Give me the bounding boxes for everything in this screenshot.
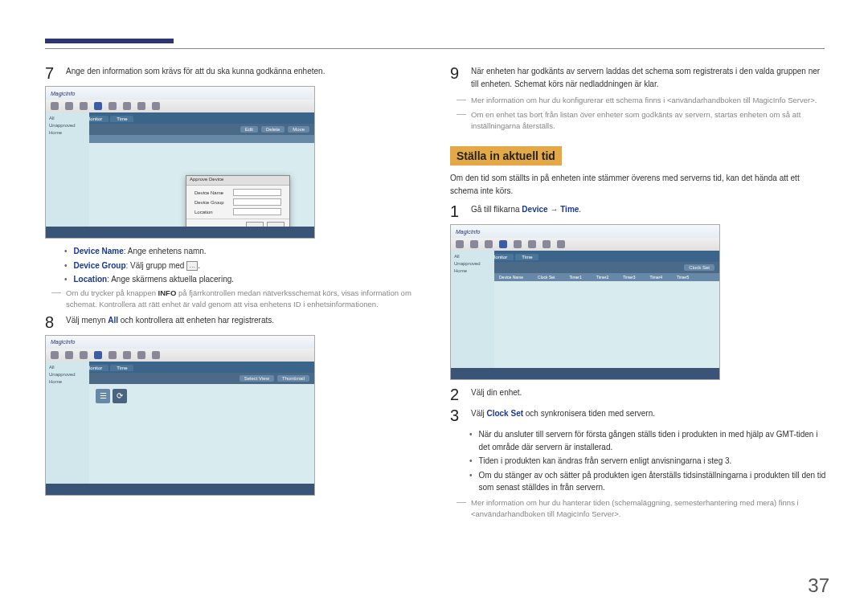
bullet-location: • Location: Ange skärmens aktuella place…: [64, 273, 421, 286]
two-column-layout: 7 Ange den information som krävs för att…: [45, 65, 829, 523]
subheading-set-time: Ställa in aktuell tid: [450, 146, 562, 166]
bullet-icon: •: [64, 245, 68, 258]
step-number: 2: [450, 386, 461, 403]
step-text: När enheten har godkänts av servern ladd…: [471, 65, 826, 90]
step-text: Välj din enhet.: [471, 386, 522, 399]
bullet-device-name: • Device Name: Ange enhetens namn.: [64, 245, 421, 258]
dash-icon: ―: [457, 109, 466, 119]
screenshot-time-tab: MagicInfo All Unapproved Home Device Mon…: [450, 224, 720, 380]
paragraph-time-mismatch: Om den tid som ställts in på enheten int…: [450, 172, 826, 197]
ss-sidebar: All Unapproved Home: [46, 362, 89, 495]
ss-titlebar: MagicInfo: [46, 336, 314, 349]
ss-toolbar: [46, 100, 314, 112]
substep-2: 2 Välj din enhet.: [450, 386, 826, 403]
bullet-restart: • Om du stänger av och sätter på produkt…: [469, 469, 826, 494]
right-column: 9 När enheten har godkänts av servern la…: [450, 65, 826, 523]
header-rule: [45, 48, 825, 49]
step-number: 8: [45, 314, 56, 330]
refresh-icon: ⟳: [113, 389, 127, 403]
bullet-icon: •: [469, 455, 473, 468]
step-text: Gå till flikarna Device → Time.: [471, 203, 581, 216]
substep-1: 1 Gå till flikarna Device → Time.: [450, 203, 826, 219]
ss-toolbar: [46, 349, 314, 362]
bullet-icon: •: [469, 469, 473, 482]
ss-main: Device Name Clock Set Timer1 Timer2 Time…: [494, 273, 719, 368]
step-number: 3: [450, 407, 461, 423]
left-column: 7 Ange den information som krävs för att…: [45, 65, 421, 523]
screenshot-all-menu: MagicInfo All Unapproved Home Device Mon…: [45, 335, 315, 496]
step-number: 9: [450, 65, 461, 81]
bullet-gmt: • När du ansluter till servern för först…: [469, 428, 826, 453]
step-text: Ange den information som krävs för att d…: [66, 65, 325, 78]
dash-icon: ―: [457, 497, 466, 507]
ss-titlebar: MagicInfo: [451, 225, 719, 238]
note-info-button: ― Om du trycker på knappen INFO på fjärr…: [51, 288, 421, 311]
list-icon: ☰: [96, 389, 110, 403]
bullet-icon: •: [469, 428, 473, 441]
screenshot-approve-dialog: MagicInfo All Unapproved Home Device Mon…: [45, 86, 315, 239]
ss-sidebar: All Unapproved Home: [451, 251, 494, 379]
ss-titlebar: MagicInfo: [46, 87, 314, 100]
bullet-device-group: • Device Group: Välj grupp med ….: [64, 260, 421, 272]
dash-icon: ―: [457, 95, 466, 104]
step-9: 9 När enheten har godkänts av servern la…: [450, 65, 826, 90]
substep-3: 3 Välj Clock Set och synkronisera tiden …: [450, 407, 826, 423]
bullet-icon: •: [64, 260, 68, 272]
browse-icon: …: [186, 261, 198, 271]
note-time-manual: ― Mer information om hur du hanterar tid…: [457, 497, 826, 521]
page-number: 37: [808, 574, 829, 597]
step-text: Välj menyn All och kontrollera att enhet…: [66, 314, 274, 327]
step-8: 8 Välj menyn All och kontrollera att enh…: [45, 314, 421, 330]
ss-sidebar: All Unapproved Home: [46, 112, 89, 238]
ss-toolbar: [451, 238, 719, 251]
step-text: Välj Clock Set och synkronisera tiden me…: [471, 407, 655, 420]
note-device-removed: ― Om en enhet tas bort från listan över …: [457, 109, 826, 133]
bullet-icon: •: [64, 273, 68, 286]
header-accent-bar: [45, 39, 174, 43]
dash-icon: ―: [51, 288, 61, 297]
step-7: 7 Ange den information som krävs för att…: [45, 65, 421, 81]
ss-main: Approve Device Device Name Device Group …: [89, 135, 314, 227]
step-number: 7: [45, 65, 56, 81]
step-number: 1: [450, 203, 461, 219]
note-magicinfo-manual: ― Mer information om hur du konfigurerar…: [457, 95, 826, 107]
bullet-change-time: • Tiden i produkten kan ändras från serv…: [469, 455, 826, 468]
ss-iconbtns: ☰ ⟳: [96, 389, 127, 403]
